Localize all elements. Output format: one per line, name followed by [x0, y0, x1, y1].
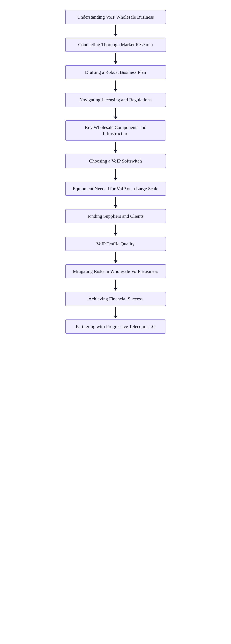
node-6: Choosing a VoIP Softswitch [65, 154, 166, 168]
arrow-line [115, 224, 116, 233]
arrow-6 [114, 168, 117, 182]
arrow-head [114, 62, 117, 64]
arrow-head [114, 233, 117, 236]
arrow-head [114, 316, 117, 318]
node-8: Finding Suppliers and Clients [65, 209, 166, 223]
node-5: Key Wholesale Components and Infrastruct… [65, 120, 166, 141]
node-10: Mitigating Risks in Wholesale VoIP Busin… [65, 264, 166, 278]
node-3: Drafting a Robust Business Plan [65, 65, 166, 79]
node-2: Conducting Thorough Market Research [65, 38, 166, 52]
arrow-line [115, 252, 116, 260]
arrow-11 [114, 306, 117, 320]
arrow-head [114, 260, 117, 263]
node-1: Understanding VoIP Wholesale Business [65, 10, 166, 24]
arrow-4 [114, 107, 117, 120]
arrow-head [114, 89, 117, 92]
arrow-10 [114, 278, 117, 292]
arrow-head [114, 205, 117, 208]
arrow-line [115, 280, 116, 288]
arrow-line [115, 25, 116, 34]
arrow-8 [114, 224, 117, 237]
arrow-7 [114, 196, 117, 209]
arrow-line [115, 307, 116, 316]
node-7: Equipment Needed for VoIP on a Large Sca… [65, 182, 166, 196]
arrow-head [114, 288, 117, 291]
arrow-9 [114, 251, 117, 264]
arrow-line [115, 170, 116, 178]
arrow-3 [114, 79, 117, 93]
arrow-line [115, 53, 116, 62]
node-4: Navigating Licensing and Regulations [65, 93, 166, 107]
arrow-head [114, 116, 117, 119]
arrow-head [114, 178, 117, 180]
arrow-1 [114, 24, 117, 38]
arrow-line [115, 80, 116, 89]
flowchart: Understanding VoIP Wholesale BusinessCon… [65, 10, 166, 334]
node-11: Achieving Financial Success [65, 292, 166, 306]
arrow-head [114, 150, 117, 153]
arrow-line [115, 197, 116, 205]
arrow-2 [114, 52, 117, 65]
arrow-5 [114, 140, 117, 154]
arrow-line [115, 108, 116, 116]
arrow-line [115, 142, 116, 150]
node-12: Partnering with Progressive Telecom LLC [65, 320, 166, 334]
node-9: VoIP Traffic Quality [65, 237, 166, 251]
arrow-head [114, 34, 117, 36]
